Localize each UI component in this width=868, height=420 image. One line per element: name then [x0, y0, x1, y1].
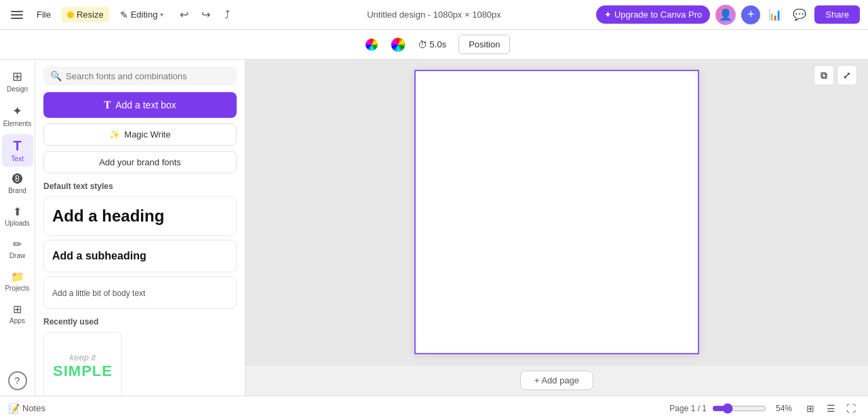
- position-button[interactable]: Position: [458, 35, 510, 54]
- text-cursor-icon: 𝐓: [104, 99, 111, 111]
- subheading-text: Add a subheading: [52, 250, 146, 261]
- upgrade-label: Upgrade to Canva Pro: [614, 9, 702, 20]
- sidebar-item-apps-label: Apps: [9, 317, 25, 324]
- sidebar-item-elements[interactable]: ✦ Elements: [2, 100, 33, 131]
- subheading-style-item[interactable]: Add a subheading: [43, 240, 237, 272]
- add-text-label: Add a text box: [115, 100, 176, 110]
- sidebar-item-projects[interactable]: 📁 Projects: [2, 266, 33, 296]
- grid-view-button[interactable]: ⊞: [802, 400, 819, 417]
- help-button[interactable]: ?: [8, 371, 27, 390]
- page-number: Page 1 / 1: [669, 404, 707, 413]
- time-button[interactable]: ⏱ 5.0s: [411, 35, 454, 54]
- help-icon[interactable]: ?: [8, 371, 27, 390]
- expand-page-button[interactable]: ⤢: [837, 65, 857, 85]
- redo-button[interactable]: ↪: [196, 5, 215, 24]
- brand-icon: 🅑: [12, 173, 23, 186]
- copy-page-button[interactable]: ⧉: [814, 65, 834, 85]
- share-button[interactable]: Share: [814, 5, 860, 24]
- sidebar-item-brand-label: Brand: [8, 187, 26, 194]
- topbar-right: ✦ Upgrade to Canva Pro 👤 + 📊 💬 Share: [596, 5, 860, 25]
- simple-text: SIMPLE: [53, 362, 113, 380]
- sidebar-item-elements-label: Elements: [3, 120, 32, 127]
- magic-write-label: Magic Write: [124, 129, 170, 140]
- draw-icon: ✏: [13, 238, 22, 251]
- avatar-image: 👤: [719, 8, 732, 21]
- list-view-button[interactable]: ☰: [822, 400, 840, 417]
- analytics-icon: 📊: [768, 8, 782, 21]
- heading-style-item[interactable]: Add a heading: [43, 196, 237, 236]
- canvas-area: ⧉ ⤢ + Add page: [245, 60, 868, 396]
- clock-icon: ⏱: [418, 39, 427, 50]
- document-title: Untitled design - 1080px × 1080px: [367, 9, 501, 20]
- sidebar-item-draw[interactable]: ✏ Draw: [2, 234, 33, 264]
- time-value: 5.0s: [430, 39, 447, 49]
- sidebar-item-uploads[interactable]: ⬆ Uploads: [2, 201, 33, 231]
- search-bar: 🔍: [35, 60, 245, 92]
- add-page-bar: + Add page: [245, 364, 868, 396]
- menu-button[interactable]: [8, 8, 26, 22]
- fullscreen-button[interactable]: ⛶: [842, 400, 860, 417]
- brand-fonts-button[interactable]: Add your brand fonts: [43, 151, 237, 173]
- resize-button[interactable]: Resize: [62, 7, 109, 22]
- zoom-slider[interactable]: [712, 403, 766, 414]
- panel-content: 𝐓 Add a text box ✨ Magic Write Add your …: [35, 92, 245, 396]
- sidebar-item-design-label: Design: [7, 85, 28, 93]
- sidebar-item-apps[interactable]: ⊞ Apps: [2, 299, 33, 329]
- upgrade-button[interactable]: ✦ Upgrade to Canva Pro: [596, 5, 710, 24]
- forward-button[interactable]: ⤴: [218, 5, 237, 24]
- sidebar-item-brand[interactable]: 🅑 Brand: [2, 169, 33, 198]
- text-panel: 🔍 𝐓 Add a text box ✨ Magic Write Add you…: [35, 60, 245, 396]
- chevron-down-icon: ▾: [160, 11, 163, 18]
- canvas-page: [414, 70, 699, 354]
- font-combo-card-keep-simple[interactable]: keep it SIMPLE: [43, 332, 122, 396]
- file-button[interactable]: File: [31, 7, 56, 22]
- add-text-button[interactable]: 𝐓 Add a text box: [43, 92, 237, 118]
- editing-button[interactable]: ✎ Editing ▾: [115, 7, 170, 23]
- comment-icon: 💬: [793, 8, 806, 21]
- resize-label: Resize: [77, 9, 104, 20]
- search-input[interactable]: [66, 71, 230, 81]
- apps-icon: ⊞: [13, 303, 22, 316]
- magic-write-button[interactable]: ✨ Magic Write: [43, 123, 237, 146]
- text-icon: T: [13, 138, 21, 154]
- recently-used-grid: keep it SIMPLE: [43, 332, 237, 396]
- analytics-button[interactable]: 📊: [766, 5, 785, 24]
- resize-dot-icon: [67, 12, 74, 18]
- sidebar-item-draw-label: Draw: [9, 252, 25, 259]
- elements-icon: ✦: [12, 104, 22, 119]
- page-info: Page 1 / 1 54% ⊞ ☰ ⛶: [669, 400, 860, 417]
- color-picker[interactable]: [391, 37, 406, 52]
- sidebar-item-projects-label: Projects: [5, 285, 29, 292]
- comment-button[interactable]: 💬: [790, 5, 809, 24]
- heading-text: Add a heading: [52, 207, 164, 225]
- search-icon: 🔍: [50, 70, 62, 81]
- uploads-icon: ⬆: [13, 205, 22, 218]
- canvas-wrapper: ⧉ ⤢: [245, 60, 868, 364]
- avatar[interactable]: 👤: [715, 5, 736, 25]
- sidebar-icons: ⊞ Design ✦ Elements T Text 🅑 Brand ⬆ Upl…: [0, 60, 35, 396]
- main-content: ⊞ Design ✦ Elements T Text 🅑 Brand ⬆ Upl…: [0, 60, 868, 396]
- bottom-bar: 📝 Notes Page 1 / 1 54% ⊞ ☰ ⛶: [0, 396, 868, 420]
- body-text: Add a little bit of body text: [52, 289, 145, 298]
- keep-it-text: keep it: [70, 352, 96, 362]
- view-buttons: ⊞ ☰ ⛶: [802, 400, 860, 417]
- body-style-item[interactable]: Add a little bit of body text: [43, 276, 237, 309]
- notes-button[interactable]: 📝 Notes: [8, 403, 45, 414]
- editing-label: Editing: [131, 9, 158, 20]
- topbar: File Resize ✎ Editing ▾ ↩ ↪ ⤴ Untitled d…: [0, 0, 868, 30]
- sidebar-item-text[interactable]: T Text: [2, 134, 33, 167]
- animate-button[interactable]: Animate: [358, 34, 385, 56]
- star-icon: ✦: [604, 9, 612, 20]
- add-page-button[interactable]: + Add page: [520, 371, 593, 390]
- notes-icon: 📝: [8, 403, 20, 414]
- secondary-toolbar: Animate ⏱ 5.0s Position: [0, 30, 868, 60]
- search-input-wrap: 🔍: [43, 66, 237, 85]
- undo-button[interactable]: ↩: [174, 5, 193, 24]
- sidebar-item-design[interactable]: ⊞ Design: [2, 65, 33, 97]
- sidebar-item-uploads-label: Uploads: [5, 219, 30, 227]
- add-collaborator-button[interactable]: +: [741, 5, 760, 24]
- canvas-tools: ⧉ ⤢: [814, 65, 857, 85]
- topbar-left: File Resize ✎ Editing ▾ ↩ ↪ ⤴: [8, 5, 237, 24]
- animate-icon: [366, 39, 378, 51]
- edit-icon: ✎: [120, 9, 128, 20]
